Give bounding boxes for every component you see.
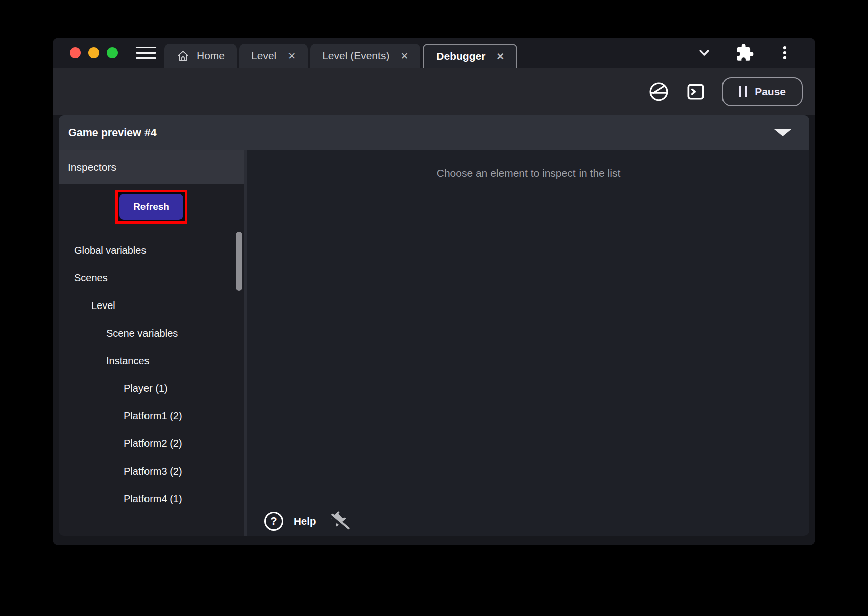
list-item-scene-variables[interactable]: Scene variables bbox=[59, 320, 244, 347]
list-item-platform1[interactable]: Platform1 (2) bbox=[59, 402, 244, 430]
debugger-panel: Game preview #4 Inspectors Refresh Globa… bbox=[59, 115, 809, 536]
tab-label: Home bbox=[197, 50, 225, 62]
tabs: Home Level ✕ Level (Events) ✕ Debugger ✕ bbox=[164, 44, 517, 68]
zoom-window-button[interactable] bbox=[107, 47, 118, 58]
pause-icon bbox=[739, 86, 747, 97]
console-icon[interactable] bbox=[685, 81, 707, 103]
inspectors-sidebar: Inspectors Refresh Global variables Scen… bbox=[59, 150, 247, 536]
tab-bar: Home Level ✕ Level (Events) ✕ Debugger ✕ bbox=[53, 38, 815, 68]
pause-button[interactable]: Pause bbox=[722, 77, 803, 106]
help-icon[interactable]: ? bbox=[264, 512, 283, 531]
list-item-platform4[interactable]: Platform4 (1) bbox=[59, 485, 244, 513]
inspectors-list: Global variables Scenes Level Scene vari… bbox=[59, 237, 244, 513]
close-icon[interactable]: ✕ bbox=[400, 50, 408, 62]
close-icon[interactable]: ✕ bbox=[287, 50, 296, 62]
dropdown-caret-icon[interactable] bbox=[774, 129, 791, 136]
app-window: Home Level ✕ Level (Events) ✕ Debugger ✕ bbox=[53, 38, 815, 545]
list-item-platform2[interactable]: Platform2 (2) bbox=[59, 430, 244, 457]
extensions-puzzle-icon[interactable] bbox=[735, 43, 754, 62]
inspectors-list-container: Refresh Global variables Scenes Level Sc… bbox=[59, 184, 244, 536]
debugger-backdrop: Game preview #4 Inspectors Refresh Globa… bbox=[53, 115, 815, 545]
tab-level-events[interactable]: Level (Events) ✕ bbox=[310, 44, 420, 68]
list-item-player[interactable]: Player (1) bbox=[59, 375, 244, 402]
debugger-toolbar: Pause bbox=[53, 68, 815, 115]
unpin-icon[interactable] bbox=[330, 511, 351, 532]
tab-label: Level (Events) bbox=[322, 50, 389, 62]
empty-state-message: Choose an element to inspect in the list bbox=[247, 167, 809, 179]
pause-label: Pause bbox=[755, 86, 786, 98]
chevron-down-icon[interactable] bbox=[696, 44, 713, 61]
home-icon bbox=[176, 49, 190, 63]
game-preview-selector[interactable]: Game preview #4 bbox=[59, 115, 809, 150]
tab-label: Debugger bbox=[436, 50, 485, 62]
profiler-gauge-icon[interactable] bbox=[648, 81, 670, 103]
sidebar-scrollbar[interactable] bbox=[236, 232, 242, 291]
inspector-detail-area: Choose an element to inspect in the list… bbox=[247, 150, 809, 536]
refresh-highlight-box: Refresh bbox=[115, 190, 187, 224]
tab-label: Level bbox=[251, 50, 276, 62]
more-options-dots-icon[interactable] bbox=[776, 44, 793, 61]
list-item-level[interactable]: Level bbox=[59, 292, 244, 320]
debugger-footer: ? Help bbox=[247, 511, 809, 536]
list-item-global-variables[interactable]: Global variables bbox=[59, 237, 244, 264]
tab-level[interactable]: Level ✕ bbox=[239, 44, 308, 68]
game-preview-title: Game preview #4 bbox=[68, 127, 157, 139]
list-item-instances[interactable]: Instances bbox=[59, 347, 244, 375]
close-window-button[interactable] bbox=[70, 47, 81, 58]
help-label[interactable]: Help bbox=[294, 515, 316, 527]
minimize-window-button[interactable] bbox=[88, 47, 99, 58]
tab-debugger[interactable]: Debugger ✕ bbox=[423, 44, 517, 68]
close-icon[interactable]: ✕ bbox=[496, 51, 504, 62]
traffic-lights bbox=[70, 47, 118, 58]
menu-icon[interactable] bbox=[136, 47, 156, 59]
list-item-scenes[interactable]: Scenes bbox=[59, 264, 244, 292]
refresh-button[interactable]: Refresh bbox=[119, 194, 183, 220]
list-item-platform3[interactable]: Platform3 (2) bbox=[59, 457, 244, 485]
inspectors-header: Inspectors bbox=[59, 150, 244, 184]
tabbar-actions bbox=[696, 43, 815, 62]
tab-home[interactable]: Home bbox=[164, 44, 237, 68]
